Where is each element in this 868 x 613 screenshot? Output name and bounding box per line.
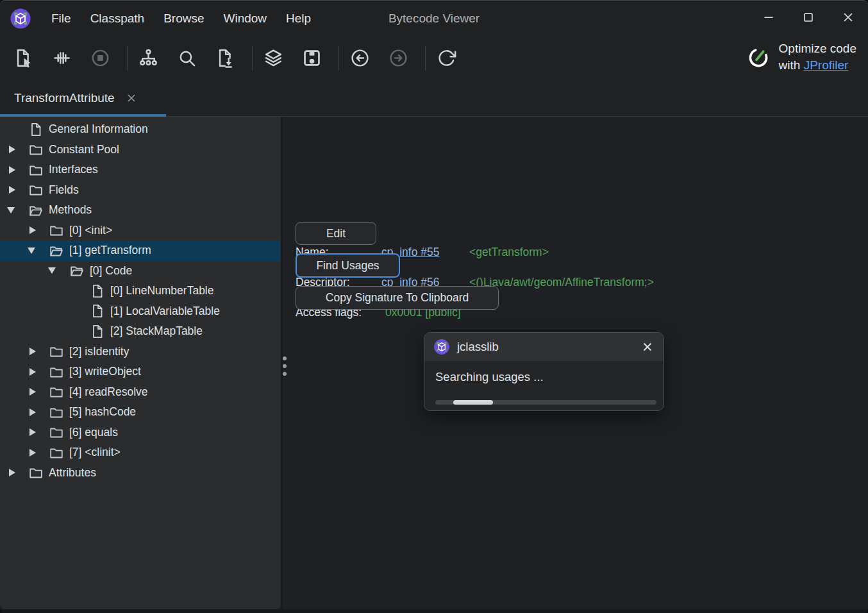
setup-classpath-button[interactable] [47,44,76,72]
document-icon [90,303,105,319]
save-button[interactable] [297,44,326,72]
tree-item-clinit[interactable]: [7] <clinit> [0,442,281,463]
search-progress-popup: jclasslib Searching usages ... [424,332,664,411]
maximize-button[interactable] [789,1,828,34]
jprofiler-promo: Optimize code with JProfiler [745,40,856,74]
popup-message: Searching usages ... [435,370,544,384]
save-icon [302,48,322,68]
jprofiler-link[interactable]: JProfiler [804,58,849,72]
document-icon [90,324,105,339]
menu-browse[interactable]: Browse [154,1,213,37]
tree-item-code[interactable]: [0] Code [0,261,281,281]
toolbar-separator [425,46,426,71]
chevron-collapsed-icon[interactable] [6,146,28,153]
close-button[interactable] [828,1,868,34]
splitter-handle[interactable] [283,357,287,380]
find-usages-button[interactable]: Find Usages [296,253,400,278]
tree-item-general-information[interactable]: General Information [0,119,281,140]
tree-item-readresolve[interactable]: [4] readResolve [0,382,281,403]
back-button[interactable] [346,44,374,72]
hierarchy-button[interactable] [134,44,162,72]
chevron-expanded-icon[interactable] [6,207,28,214]
tree-item-interfaces[interactable]: Interfaces [0,160,281,180]
menu-help[interactable]: Help [276,1,321,37]
minimize-icon [760,9,777,26]
document-icon [90,283,105,299]
tree-item-writeobject[interactable]: [3] writeObject [0,362,281,382]
search-button[interactable] [172,44,201,72]
copy-signature-button[interactable]: Copy Signature To Clipboard [296,286,499,310]
folder-icon [49,344,64,359]
tree-item-fields[interactable]: Fields [0,180,281,201]
layers-button[interactable] [259,44,287,72]
layers-icon [263,48,283,68]
back-icon [350,48,370,68]
forward-button[interactable] [384,44,412,72]
chevron-expanded-icon[interactable] [27,248,49,254]
tree-item-isidentity[interactable]: [2] isIdentity [0,342,281,362]
menu-file[interactable]: File [42,1,81,37]
tree-item-attributes[interactable]: Attributes [0,463,281,483]
promo-line2: with JProfiler [779,57,856,74]
close-icon [840,9,856,26]
edit-button[interactable]: Edit [296,222,376,245]
chevron-expanded-icon[interactable] [47,267,69,274]
open-document-button[interactable] [9,44,37,72]
toolbar-separator [338,46,339,71]
folder-icon [49,384,64,399]
bytecode-viewer-window: File Classpath Browse Window Help Byteco… [0,0,868,613]
forward-icon [388,48,408,68]
tree-item-linenumbertable[interactable]: [0] LineNumberTable [0,281,281,301]
jclasslib-app-icon [10,8,31,29]
hierarchy-icon [138,48,158,68]
tree-item-localvariabletable[interactable]: [1] LocalVariableTable [0,301,281,322]
tab-close-button[interactable] [125,92,138,105]
chevron-collapsed-icon[interactable] [6,166,28,174]
open-document-icon [13,48,33,68]
tree-item-constant-pool[interactable]: Constant Pool [0,140,281,160]
export-document-button[interactable] [211,44,239,72]
promo-line1: Optimize code [779,40,856,57]
progress-bar-chunk [453,400,493,405]
folder-icon [49,364,64,380]
setup-classpath-icon [52,48,72,68]
window-bottom-edge [0,609,868,613]
chevron-collapsed-icon[interactable] [27,408,49,416]
close-icon [125,92,138,105]
window-title: Bytecode Viewer [388,1,480,37]
folder-icon [28,465,44,480]
stop-button[interactable] [86,44,114,72]
toolbar [0,37,868,80]
tree-item-equals[interactable]: [6] equals [0,423,281,443]
class-structure-tree: General Information Constant Pool Interf… [0,117,281,610]
folder-open-icon [28,203,44,218]
menu-classpath[interactable]: Classpath [81,1,154,37]
chevron-collapsed-icon[interactable] [27,388,49,396]
tree-item-stackmaptable[interactable]: [2] StackMapTable [0,321,281,342]
chevron-collapsed-icon[interactable] [27,428,49,436]
menu-bar: File Classpath Browse Window Help [42,1,321,37]
jprofiler-logo-icon [745,44,772,71]
toolbar-separator [127,46,128,71]
tab-transformattribute[interactable]: TransformAttribute [0,80,166,117]
tree-item-hashcode[interactable]: [5] hashCode [0,402,281,423]
tree-item-gettransform-selected[interactable]: [1] getTransform [0,240,281,261]
tree-item-methods[interactable]: Methods [0,200,281,221]
tree-item-init[interactable]: [0] <init> [0,221,281,241]
menu-window[interactable]: Window [213,1,276,37]
title-bar: File Classpath Browse Window Help Byteco… [0,1,868,37]
name-value: <getTransform> [469,246,549,259]
jclasslib-icon [433,339,450,355]
refresh-button[interactable] [432,44,460,72]
minimize-button[interactable] [749,1,789,34]
popup-header: jclasslib [424,333,664,361]
folder-icon [49,424,64,440]
chevron-collapsed-icon[interactable] [27,368,49,376]
chevron-collapsed-icon[interactable] [27,449,49,457]
chevron-collapsed-icon[interactable] [27,348,49,355]
popup-close-button[interactable] [640,340,655,354]
chevron-collapsed-icon[interactable] [27,226,49,234]
chevron-collapsed-icon[interactable] [6,186,28,194]
chevron-collapsed-icon[interactable] [6,469,28,476]
folder-icon [49,223,64,238]
